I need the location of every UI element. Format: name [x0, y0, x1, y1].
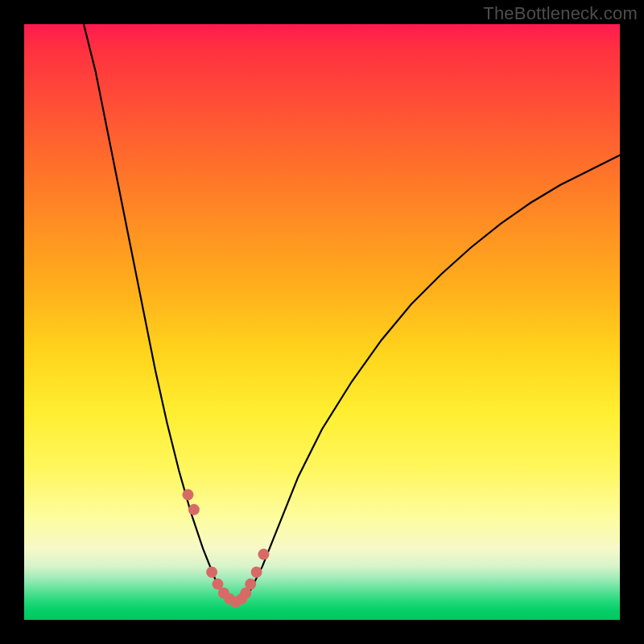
- watermark-text: TheBottleneck.com: [483, 3, 638, 24]
- marker-dot: [183, 489, 194, 501]
- plot-area: [24, 24, 620, 620]
- chart-frame: TheBottleneck.com: [0, 0, 644, 644]
- marker-dot: [188, 504, 200, 515]
- marker-dot: [245, 579, 256, 590]
- curve-markers: [183, 489, 270, 608]
- marker-dot: [258, 549, 269, 560]
- chart-svg: [24, 24, 620, 620]
- marker-dot: [206, 567, 217, 578]
- bottleneck-curve: [84, 24, 620, 602]
- marker-dot: [251, 567, 262, 578]
